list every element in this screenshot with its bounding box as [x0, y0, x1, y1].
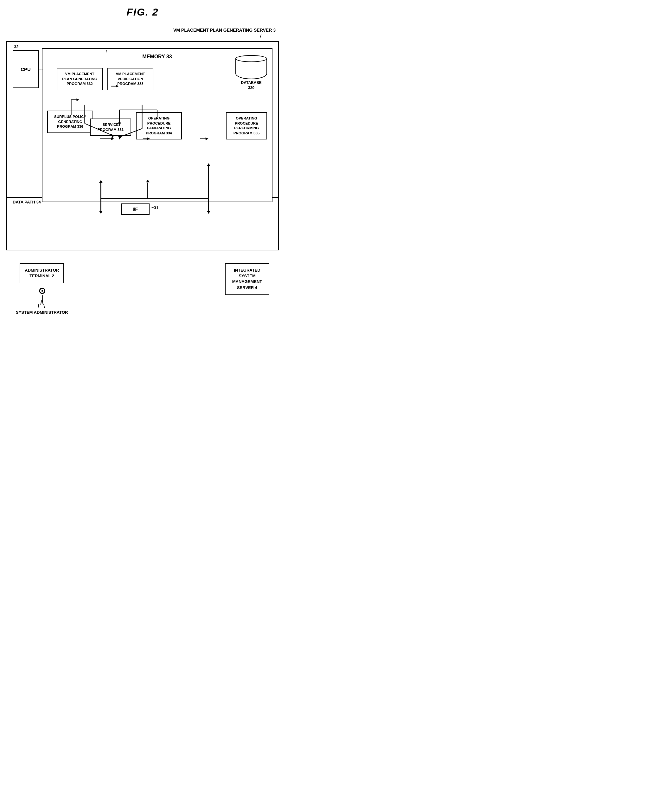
if-box: I/F	[121, 204, 149, 215]
memory-box: / MEMORY 33 DATABASE330 VM PLACEMENT PLA…	[42, 48, 272, 202]
database-label: DATABASE330	[235, 80, 267, 90]
op-proc-perf-label: OPERATING PROCEDURE PERFORMING PROGRAM 3…	[233, 116, 259, 135]
cpu-reference-label: 32	[14, 44, 18, 49]
svg-marker-4	[118, 136, 121, 140]
integrated-system-label: INTEGRATED SYSTEM MANAGEMENT SERVER 4	[232, 268, 262, 290]
database-shape: DATABASE330	[235, 55, 267, 90]
surplus-policy-label: SURPLUS POLICY GENERATING PROGRAM 336	[54, 115, 86, 128]
service-program-box: SERVICE PROGRAM 331	[90, 118, 131, 136]
server-label: VM PLACEMENT PLAN GENERATING SERVER 3	[173, 28, 275, 33]
op-proc-gen-program-box: OPERATING PROCEDURE GENERATING PROGRAM 3…	[136, 112, 182, 140]
vm-verification-program-box: VM PLACEMENT VERIFICATION PROGRAM 333	[107, 68, 153, 90]
cpu-memory-line	[39, 69, 43, 69]
system-admin-label: SYSTEM ADMINISTRATOR	[16, 310, 68, 315]
stick-figure: ⊙ | /\ / \ SYSTEM ADMINISTRATOR	[16, 286, 68, 314]
service-program-label: SERVICE PROGRAM 331	[98, 123, 124, 131]
vm-placement-plan-program-box: VM PLACEMENT PLAN GENERATING PROGRAM 332	[57, 68, 103, 90]
svg-marker-13	[206, 138, 208, 140]
bottom-section: ADMINISTRATOR TERMINAL 2 ⊙ | /\ / \ SYST…	[7, 253, 279, 315]
memory-label-arrow: /	[106, 49, 272, 54]
surplus-policy-program-box: SURPLUS POLICY GENERATING PROGRAM 336	[47, 111, 93, 133]
if-label: I/F	[133, 207, 138, 212]
cpu-box: CPU	[13, 50, 39, 88]
server-label-container: VM PLACEMENT PLAN GENERATING SERVER 3	[7, 28, 279, 33]
admin-terminal-label: ADMINISTRATOR TERMINAL 2	[25, 268, 59, 278]
data-path-label: DATA PATH 34	[13, 200, 41, 204]
if-number: ~31	[151, 205, 158, 210]
svg-marker-28	[207, 211, 210, 214]
op-proc-gen-label: OPERATING PROCEDURE GENERATING PROGRAM 3…	[146, 116, 172, 135]
vm-verification-label: VM PLACEMENT VERIFICATION PROGRAM 333	[116, 72, 145, 85]
svg-marker-9	[111, 138, 114, 140]
main-box: 32 CPU DATA PATH 34 I/F ~31 / MEMORY 33 …	[7, 41, 279, 250]
integrated-system-box: INTEGRATED SYSTEM MANAGEMENT SERVER 4	[225, 263, 269, 295]
svg-marker-20	[76, 98, 79, 101]
vm-placement-plan-label: VM PLACEMENT PLAN GENERATING PROGRAM 332	[62, 72, 97, 85]
server-arrow: /	[7, 33, 279, 40]
svg-marker-23	[99, 211, 103, 214]
cpu-label: CPU	[21, 67, 31, 72]
administrator-terminal-box: ADMINISTRATOR TERMINAL 2	[20, 263, 64, 283]
page-title: FIG. 2	[7, 7, 279, 18]
op-proc-perf-program-box: OPERATING PROCEDURE PERFORMING PROGRAM 3…	[226, 112, 267, 140]
